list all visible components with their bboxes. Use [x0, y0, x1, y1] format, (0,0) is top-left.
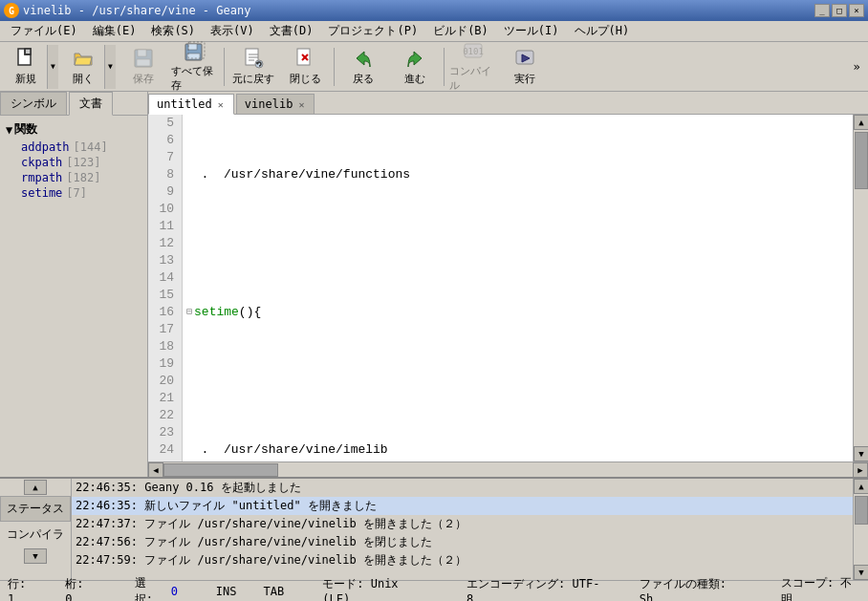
menu-file[interactable]: ファイル(E): [4, 20, 84, 42]
svg-text:0101: 0101: [463, 47, 484, 56]
menu-view[interactable]: 表示(V): [204, 20, 261, 42]
line-num-15: 15: [148, 287, 178, 304]
new-button[interactable]: 新規: [5, 45, 47, 89]
code-line-8: [186, 373, 849, 390]
forward-button[interactable]: 進む: [390, 45, 440, 89]
revert-icon: [242, 47, 265, 70]
vscroll-down-button[interactable]: ▼: [854, 446, 868, 461]
save-button[interactable]: 保存: [119, 45, 168, 89]
minimize-button[interactable]: _: [814, 4, 830, 17]
vscroll-thumb[interactable]: [855, 132, 868, 189]
editor-vscroll[interactable]: ▲ ▼: [853, 115, 868, 461]
tab-files[interactable]: 文書: [69, 92, 113, 116]
compile-button[interactable]: 0101 コンパイル: [448, 45, 498, 89]
main-area: シンボル 文書 ▼ 関数 addpath [144] ckpath [123] …: [0, 92, 868, 477]
menu-edit[interactable]: 編集(E): [86, 20, 143, 42]
open-icon: [72, 47, 95, 70]
back-button[interactable]: 戻る: [338, 45, 388, 89]
tab-vinelib[interactable]: vinelib ✕: [236, 94, 315, 114]
tab-symbols[interactable]: シンボル: [0, 92, 67, 115]
hscroll-left-button[interactable]: ◀: [148, 462, 163, 478]
titlebar-left: G vinelib - /usr/share/vine - Geany: [4, 3, 250, 18]
window-controls[interactable]: _ □ ×: [814, 4, 864, 17]
tree-item-ckpath[interactable]: ckpath [123]: [19, 155, 143, 170]
sidebar-tabs: シンボル 文書: [0, 92, 147, 116]
save-all-icon: [184, 41, 206, 62]
line-num-13: 13: [148, 252, 178, 269]
bottom-nav-down[interactable]: ▼: [24, 548, 47, 564]
bottom-vscroll[interactable]: ▲ ▼: [853, 479, 868, 580]
maximize-button[interactable]: □: [832, 4, 847, 17]
bottom-nav-up[interactable]: ▲: [24, 480, 47, 495]
menu-search[interactable]: 検索(S): [144, 20, 202, 42]
toolbar: 新規 ▼ 開く ▼ 保存: [0, 42, 868, 92]
back-icon: [352, 47, 375, 70]
close-button[interactable]: ×: [849, 4, 864, 17]
new-icon: [14, 47, 37, 70]
editor-with-scrollbar: 5 6 7 8 9 10 11 12 13 14 15 16 17 18 19 …: [148, 115, 868, 461]
hscroll-thumb[interactable]: [163, 463, 278, 477]
tree-item-rmpath[interactable]: rmpath [182]: [19, 170, 143, 185]
open-dropdown-arrow[interactable]: ▼: [104, 45, 116, 89]
code-content[interactable]: . /usr/share/vine/functions ⊟setime(){ .…: [183, 115, 853, 461]
line-num-14: 14: [148, 269, 178, 287]
status-selection-value: 0: [171, 585, 178, 598]
toolbar-overflow-button[interactable]: »: [849, 45, 864, 89]
msg-2: 22:47:37: ファイル /usr/share/vine/vinelib を…: [72, 515, 853, 533]
line-num-12: 12: [148, 235, 178, 252]
editor-hscroll[interactable]: ◀ ▶: [148, 461, 868, 477]
open-button-group[interactable]: 開く ▼: [61, 44, 117, 90]
bottom-vscroll-track[interactable]: [854, 494, 868, 565]
tree-item-setime[interactable]: setime [7]: [19, 185, 143, 201]
save-all-button[interactable]: すべて保存: [170, 45, 220, 89]
line-num-17: 17: [148, 321, 178, 338]
svg-rect-8: [188, 44, 197, 50]
bottom-messages: 22:46:35: Geany 0.16 を起動しました 22:46:35: 新…: [72, 479, 853, 580]
hscroll-right-button[interactable]: ▶: [853, 462, 868, 478]
statusbar: 行: 1 桁: 0 選択: 0 INS TAB モード: Unix (LF) エ…: [0, 580, 868, 601]
line-num-8: 8: [148, 166, 178, 183]
menubar: ファイル(E) 編集(E) 検索(S) 表示(V) 文書(D) プロジェクト(P…: [0, 21, 868, 42]
tree-group-functions[interactable]: ▼ 関数: [4, 119, 143, 140]
run-icon: [513, 47, 536, 70]
run-button[interactable]: 実行: [500, 45, 550, 89]
close-document-button[interactable]: 閉じる: [280, 45, 330, 89]
line-num-21: 21: [148, 390, 178, 407]
menu-build[interactable]: ビルド(B): [426, 20, 495, 42]
hscroll-track[interactable]: [163, 462, 853, 477]
status-scope: スコープ: 不明: [781, 575, 860, 602]
bottom-vscroll-up[interactable]: ▲: [854, 479, 868, 494]
tab-vinelib-close[interactable]: ✕: [296, 99, 306, 110]
line-num-6: 6: [148, 132, 178, 149]
code-editor[interactable]: 5 6 7 8 9 10 11 12 13 14 15 16 17 18 19 …: [148, 115, 853, 461]
line-numbers: 5 6 7 8 9 10 11 12 13 14 15 16 17 18 19 …: [148, 115, 183, 461]
menu-project[interactable]: プロジェクト(P): [321, 20, 424, 42]
svg-rect-5: [138, 50, 146, 56]
tab-untitled-close[interactable]: ✕: [216, 99, 226, 110]
fold-icon-7[interactable]: ⊟: [186, 304, 192, 321]
status-mode: モード: Unix (LF): [322, 576, 428, 601]
revert-button[interactable]: 元に戻す: [228, 45, 278, 89]
menu-tools[interactable]: ツール(I): [497, 20, 566, 42]
vscroll-up-button[interactable]: ▲: [854, 115, 868, 130]
bottom-tab-compiler[interactable]: コンパイラ: [0, 522, 71, 547]
status-col: 桁: 0: [65, 576, 96, 601]
menu-help[interactable]: ヘルプ(H): [568, 20, 637, 42]
toolbar-sep-1: [224, 48, 225, 86]
vscroll-track[interactable]: [854, 130, 868, 446]
tree-item-addpath[interactable]: addpath [144]: [19, 140, 143, 155]
msg-4: 22:47:59: ファイル /usr/share/vine/vinelib を…: [72, 551, 853, 569]
svg-rect-9: [187, 54, 200, 59]
line-num-16: 16: [148, 304, 178, 321]
tree-expand-icon: ▼: [6, 123, 12, 137]
line-num-11: 11: [148, 218, 178, 235]
bottom-vscroll-thumb[interactable]: [855, 496, 868, 525]
tab-untitled[interactable]: untitled ✕: [148, 94, 234, 115]
line-num-10: 10: [148, 201, 178, 218]
open-button[interactable]: 開く: [62, 45, 104, 89]
line-num-24: 24: [148, 441, 178, 459]
new-button-group[interactable]: 新規 ▼: [4, 44, 59, 90]
menu-document[interactable]: 文書(D): [263, 20, 320, 42]
new-dropdown-arrow[interactable]: ▼: [47, 45, 58, 89]
bottom-tab-status[interactable]: ステータス: [0, 496, 71, 522]
